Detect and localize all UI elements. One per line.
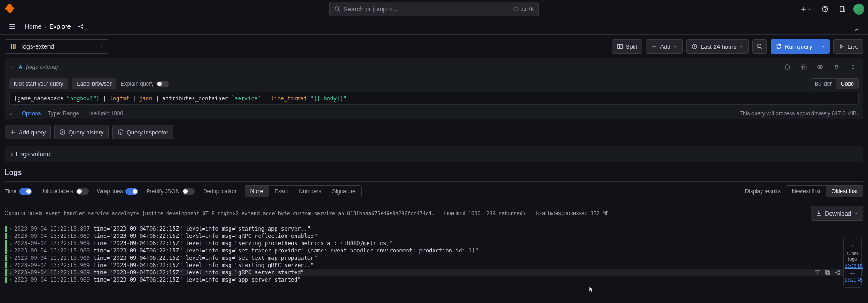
log-timestamp: 2023-09-04 13:22:15.969	[14, 247, 90, 254]
chevron-down-icon	[821, 44, 826, 49]
split-button[interactable]: Split	[612, 39, 642, 54]
add-button[interactable]	[797, 3, 814, 15]
label-browser-button[interactable]: Label browser	[72, 78, 116, 89]
chevron-right-icon[interactable]: ›	[10, 110, 12, 117]
log-row[interactable]: › 2023-09-04 13:22:15.969 time="2023-09-…	[5, 247, 863, 254]
log-level-marker	[5, 226, 7, 232]
chevron-right-icon: ›	[10, 270, 12, 275]
log-timestamp: 2023-09-04 13:22:15.969	[14, 233, 90, 239]
query-visibility[interactable]	[814, 61, 826, 73]
log-row[interactable]: › 2023-09-04 13:22:15.969 time="2023-09-…	[5, 232, 863, 240]
logs-meta-row: Common labels: event-handler service acc…	[5, 201, 863, 225]
log-row[interactable]: › 2023-09-04 13:22:15.969 time="2023-09-…	[5, 276, 863, 283]
logs-controls: Time Unique labels Wrap lines Prettify J…	[5, 181, 863, 201]
log-timestamp: 2023-09-04 13:22:15.969	[14, 255, 90, 261]
logs-scroll-nav: Older logs 13:22:15 — 08:21:45	[843, 237, 862, 288]
svg-rect-10	[15, 44, 16, 49]
chevron-down-icon[interactable]	[9, 64, 15, 70]
common-labels-value: event-handler service accelbyte-justice-…	[46, 211, 434, 216]
grafana-logo[interactable]	[4, 3, 16, 15]
run-query-options[interactable]	[817, 39, 830, 54]
svg-rect-12	[620, 44, 623, 48]
timeline-separator: —	[845, 271, 860, 276]
log-timestamp: 2023-09-04 13:22:15.969	[14, 269, 90, 276]
logs-volume-panel[interactable]: › Logs volume	[5, 146, 863, 162]
query-datasource-label: (logs-extend)	[26, 64, 58, 70]
live-button[interactable]: Live	[833, 39, 863, 54]
query-history-button[interactable]: Query history	[54, 125, 108, 139]
oldest-first[interactable]: Oldest first	[826, 186, 863, 197]
add-panel-button[interactable]: Add	[646, 39, 683, 54]
chevron-right-icon: ›	[10, 226, 12, 231]
zoom-out-icon	[756, 43, 763, 50]
search-input[interactable]: Search or jump to... ctrl+k	[329, 2, 539, 16]
log-message: time="2023-09-04T06:22:15Z" level=info m…	[93, 226, 311, 232]
svg-rect-17	[802, 65, 805, 68]
dedup-numbers[interactable]: Numbers	[294, 186, 327, 197]
avatar[interactable]	[853, 4, 864, 15]
log-row[interactable]: › 2023-09-04 13:22:15.969 time="2023-09-…	[5, 240, 863, 247]
explain-toggle[interactable]: Explain query	[121, 81, 169, 87]
menu-toggle[interactable]	[5, 20, 19, 33]
unique-labels-toggle[interactable]	[76, 188, 89, 195]
newest-first[interactable]: Newest first	[786, 186, 826, 197]
options-label[interactable]: Options	[22, 110, 41, 117]
svg-point-22	[853, 67, 854, 67]
timestamp-link-top[interactable]: 13:22:15	[845, 264, 860, 269]
wrap-toggle[interactable]	[125, 188, 138, 195]
kick-start-button[interactable]: Kick start your query	[9, 78, 68, 89]
clock-icon	[691, 43, 698, 50]
news-button[interactable]	[836, 3, 849, 15]
download-button[interactable]: Download	[811, 206, 863, 221]
search-icon	[334, 6, 341, 12]
scroll-top[interactable]	[845, 240, 860, 251]
add-query-button[interactable]: Add query	[5, 125, 51, 139]
query-panel: A (logs-extend) Kick start your query La…	[5, 58, 863, 119]
filter-icon[interactable]	[814, 269, 821, 276]
datasource-picker[interactable]: logs-extend	[5, 39, 109, 54]
timestamp-link-bottom[interactable]: 08:21:45	[845, 277, 860, 282]
log-row[interactable]: › 2023-09-04 13:22:15.969 time="2023-09-…	[5, 262, 863, 269]
log-row[interactable]: › 2023-09-04 13:22:15.969 time="2023-09-…	[5, 254, 863, 262]
log-row[interactable]: › 2023-09-04 13:22:15.969 time="2023-09-…	[5, 269, 863, 276]
query-copy[interactable]	[798, 61, 810, 73]
options-row: › Options Type: Range Line limit: 1000 T…	[5, 108, 863, 119]
keyboard-icon	[513, 6, 519, 12]
dedup-exact[interactable]: Exact	[269, 186, 294, 197]
main-content: logs-extend Split Add Last 24 hours	[0, 35, 868, 288]
collapse-button[interactable]	[851, 24, 863, 36]
refresh-icon	[776, 43, 782, 50]
tab-code[interactable]: Code	[836, 79, 858, 89]
query-code-editor[interactable]: {game_namespace="nngbox2"} | logfmt | js…	[9, 92, 859, 105]
query-drag[interactable]	[847, 61, 859, 73]
dedup-signature[interactable]: Signature	[327, 186, 361, 197]
svg-point-28	[835, 272, 836, 273]
keyboard-shortcut: ctrl+k	[513, 6, 534, 12]
time-range-picker[interactable]: Last 24 hours	[686, 39, 749, 54]
help-button[interactable]	[819, 3, 832, 15]
prettify-toggle[interactable]	[182, 188, 195, 195]
tab-builder[interactable]: Builder	[810, 79, 836, 89]
query-delete[interactable]	[831, 61, 842, 73]
breadcrumb-home[interactable]: Home	[25, 23, 41, 30]
svg-rect-27	[825, 270, 828, 273]
log-level-marker	[5, 277, 7, 283]
chevron-right-icon: ›	[10, 248, 12, 253]
log-message: time="2023-09-04T06:22:15Z" level=info m…	[93, 255, 317, 261]
query-inspector-button[interactable]: Query inspector	[112, 125, 174, 139]
dedup-none[interactable]: None	[245, 186, 269, 197]
query-help[interactable]	[781, 61, 793, 73]
split-icon	[617, 43, 623, 50]
breadcrumb-bar: Home › Explore	[0, 18, 868, 35]
share-button[interactable]	[75, 21, 87, 32]
top-bar: Search or jump to... ctrl+k	[0, 0, 868, 18]
chevron-up-icon	[850, 243, 855, 248]
share-icon[interactable]	[834, 269, 841, 276]
run-query-button[interactable]: Run query	[771, 39, 817, 54]
svg-rect-2	[514, 8, 518, 10]
svg-rect-8	[11, 44, 12, 49]
log-row[interactable]: › 2023-09-04 13:22:15.897 time="2023-09-…	[5, 225, 863, 232]
time-toggle[interactable]	[19, 188, 32, 195]
zoom-out-button[interactable]	[752, 39, 767, 54]
copy-icon[interactable]	[824, 269, 831, 276]
